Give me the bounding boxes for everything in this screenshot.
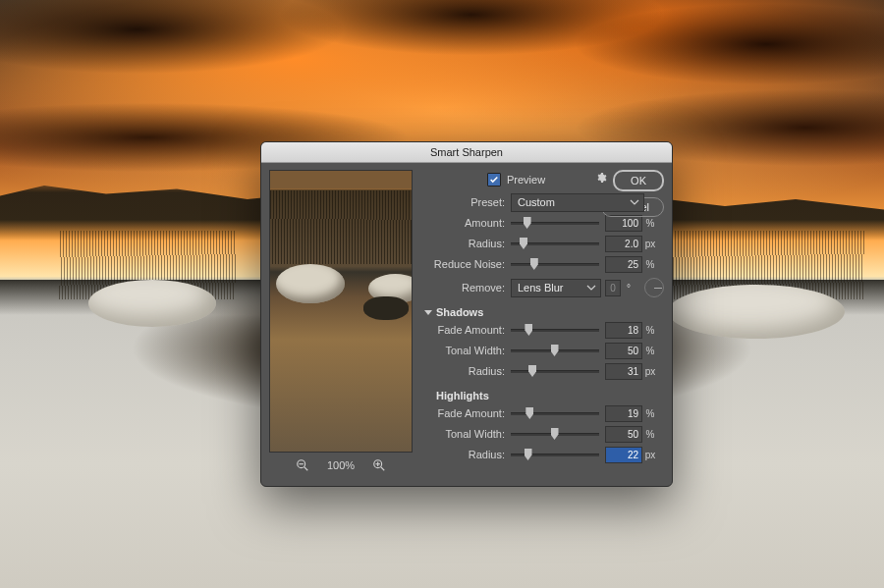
background-snow	[88, 280, 216, 327]
smart-sharpen-dialog: Smart Sharpen 100% O	[260, 141, 673, 487]
preset-label: Preset:	[420, 196, 511, 208]
chevron-down-icon	[586, 283, 596, 293]
amount-unit: %	[642, 218, 658, 229]
highlights-radius-value[interactable]: 22	[605, 447, 642, 463]
preview-column: 100%	[269, 170, 413, 478]
controls-column: OK Cancel Preview Preset: Custom	[420, 170, 664, 478]
highlights-tonal-value[interactable]: 50	[605, 426, 642, 443]
remove-angle-value[interactable]: 0	[605, 280, 621, 296]
remove-label: Remove:	[420, 282, 511, 294]
degree-unit: °	[621, 283, 636, 294]
radius-unit: px	[642, 239, 658, 249]
shadows-radius-label: Radius:	[420, 365, 511, 377]
noise-unit: %	[642, 259, 658, 270]
preview-image[interactable]	[269, 170, 413, 453]
shadows-fade-label: Fade Amount:	[420, 324, 511, 336]
shadows-tonal-label: Tonal Width:	[420, 345, 511, 356]
shadows-fade-value[interactable]: 18	[605, 322, 642, 339]
zoom-level[interactable]: 100%	[327, 459, 355, 471]
highlights-radius-slider[interactable]	[511, 448, 599, 461]
shadows-radius-slider[interactable]	[511, 364, 599, 378]
preview-label: Preview	[507, 174, 545, 186]
zoom-out-icon[interactable]	[296, 458, 309, 472]
gear-icon[interactable]	[595, 172, 607, 184]
highlights-fade-value[interactable]: 19	[605, 405, 642, 422]
shadows-tonal-slider[interactable]	[511, 344, 599, 357]
amount-slider[interactable]	[511, 216, 599, 230]
svg-line-1	[304, 467, 308, 471]
highlights-radius-label: Radius:	[420, 449, 511, 460]
chevron-down-icon	[630, 197, 639, 207]
chevron-down-icon	[424, 310, 432, 315]
highlights-header[interactable]: Highlights	[424, 390, 664, 401]
radius-slider[interactable]	[511, 237, 599, 250]
svg-line-4	[381, 467, 385, 471]
background-snow	[668, 285, 845, 339]
radius-value[interactable]: 2.0	[605, 236, 642, 252]
highlights-tonal-slider[interactable]	[511, 427, 599, 441]
highlights-tonal-label: Tonal Width:	[420, 428, 511, 440]
preview-checkbox[interactable]	[487, 173, 501, 187]
radius-label: Radius:	[420, 238, 511, 249]
noise-value[interactable]: 25	[605, 256, 642, 273]
highlights-fade-label: Fade Amount:	[420, 407, 511, 419]
shadows-fade-slider[interactable]	[511, 323, 599, 337]
noise-slider[interactable]	[511, 257, 599, 271]
preset-select[interactable]: Custom	[511, 193, 644, 212]
shadows-header[interactable]: Shadows	[424, 306, 664, 318]
dialog-titlebar[interactable]: Smart Sharpen	[261, 142, 672, 163]
angle-dial[interactable]	[644, 278, 664, 297]
zoom-in-icon[interactable]	[372, 458, 386, 472]
shadows-radius-value[interactable]: 31	[605, 363, 642, 380]
dialog-title: Smart Sharpen	[430, 146, 503, 158]
amount-label: Amount:	[420, 217, 511, 229]
ok-button[interactable]: OK	[613, 170, 664, 191]
remove-select[interactable]: Lens Blur	[511, 279, 601, 297]
amount-value[interactable]: 100	[605, 215, 642, 232]
shadows-tonal-value[interactable]: 50	[605, 343, 642, 359]
highlights-fade-slider[interactable]	[511, 406, 599, 420]
noise-label: Reduce Noise:	[420, 258, 511, 270]
